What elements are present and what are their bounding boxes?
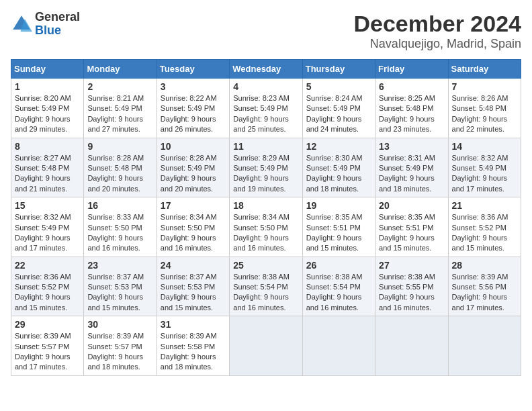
day-info: Sunrise: 8:20 AMSunset: 5:49 PMDaylight:… [15, 93, 80, 135]
calendar-header-thursday: Thursday [302, 60, 375, 79]
calendar-cell: 16Sunrise: 8:33 AMSunset: 5:50 PMDayligh… [84, 197, 157, 257]
location-title: Navalquejigo, Madrid, Spain [353, 37, 521, 51]
title-block: December 2024 Navalquejigo, Madrid, Spai… [353, 11, 521, 51]
day-number: 19 [306, 200, 371, 211]
day-info: Sunrise: 8:24 AMSunset: 5:49 PMDaylight:… [306, 93, 371, 135]
calendar-header-row: SundayMondayTuesdayWednesdayThursdayFrid… [11, 60, 521, 79]
day-info: Sunrise: 8:38 AMSunset: 5:54 PMDaylight:… [306, 272, 371, 314]
day-info: Sunrise: 8:38 AMSunset: 5:54 PMDaylight:… [233, 272, 298, 314]
day-info: Sunrise: 8:34 AMSunset: 5:50 PMDaylight:… [233, 212, 298, 254]
day-number: 20 [379, 200, 444, 211]
day-number: 4 [233, 81, 298, 92]
day-number: 21 [452, 200, 517, 211]
day-number: 6 [379, 81, 444, 92]
day-info: Sunrise: 8:23 AMSunset: 5:49 PMDaylight:… [233, 93, 298, 135]
calendar-cell: 1Sunrise: 8:20 AMSunset: 5:49 PMDaylight… [11, 79, 84, 138]
calendar-week-row: 15Sunrise: 8:32 AMSunset: 5:49 PMDayligh… [11, 197, 521, 257]
calendar-cell: 21Sunrise: 8:36 AMSunset: 5:52 PMDayligh… [448, 197, 521, 257]
calendar-week-row: 8Sunrise: 8:27 AMSunset: 5:48 PMDaylight… [11, 138, 521, 197]
day-number: 13 [379, 141, 444, 152]
calendar-cell: 8Sunrise: 8:27 AMSunset: 5:48 PMDaylight… [11, 138, 84, 197]
calendar-cell: 20Sunrise: 8:35 AMSunset: 5:51 PMDayligh… [375, 197, 448, 257]
day-info: Sunrise: 8:21 AMSunset: 5:49 PMDaylight:… [87, 93, 152, 135]
calendar-cell: 15Sunrise: 8:32 AMSunset: 5:49 PMDayligh… [11, 197, 84, 257]
day-number: 10 [161, 141, 226, 152]
calendar-cell: 24Sunrise: 8:37 AMSunset: 5:53 PMDayligh… [157, 257, 229, 316]
calendar-cell: 31Sunrise: 8:39 AMSunset: 5:58 PMDayligh… [157, 316, 229, 376]
day-number: 1 [15, 81, 80, 92]
calendar-header-friday: Friday [375, 60, 448, 79]
calendar-cell: 12Sunrise: 8:30 AMSunset: 5:49 PMDayligh… [302, 138, 375, 197]
day-info: Sunrise: 8:37 AMSunset: 5:53 PMDaylight:… [161, 272, 226, 314]
day-number: 2 [87, 81, 152, 92]
day-info: Sunrise: 8:28 AMSunset: 5:49 PMDaylight:… [161, 153, 226, 195]
calendar-cell: 30Sunrise: 8:39 AMSunset: 5:57 PMDayligh… [84, 316, 157, 376]
day-info: Sunrise: 8:36 AMSunset: 5:52 PMDaylight:… [452, 212, 517, 254]
calendar-week-row: 1Sunrise: 8:20 AMSunset: 5:49 PMDaylight… [11, 79, 521, 138]
day-info: Sunrise: 8:32 AMSunset: 5:49 PMDaylight:… [452, 153, 517, 195]
logo-text: General Blue [35, 11, 80, 38]
day-info: Sunrise: 8:39 AMSunset: 5:57 PMDaylight:… [15, 331, 80, 373]
calendar-cell: 29Sunrise: 8:39 AMSunset: 5:57 PMDayligh… [11, 316, 84, 376]
calendar-cell [302, 316, 375, 376]
calendar-cell: 7Sunrise: 8:26 AMSunset: 5:48 PMDaylight… [448, 79, 521, 138]
day-number: 24 [161, 260, 226, 271]
day-info: Sunrise: 8:22 AMSunset: 5:49 PMDaylight:… [161, 93, 226, 135]
day-info: Sunrise: 8:39 AMSunset: 5:58 PMDaylight:… [161, 331, 226, 373]
calendar-cell: 11Sunrise: 8:29 AMSunset: 5:49 PMDayligh… [230, 138, 302, 197]
day-number: 27 [379, 260, 444, 271]
day-info: Sunrise: 8:39 AMSunset: 5:57 PMDaylight:… [87, 331, 152, 373]
day-number: 15 [15, 200, 80, 211]
calendar-cell [230, 316, 302, 376]
day-number: 22 [15, 260, 80, 271]
logo-icon [11, 13, 32, 35]
calendar-cell: 17Sunrise: 8:34 AMSunset: 5:50 PMDayligh… [157, 197, 229, 257]
calendar-header-sunday: Sunday [11, 60, 84, 79]
calendar-cell: 23Sunrise: 8:37 AMSunset: 5:53 PMDayligh… [84, 257, 157, 316]
day-info: Sunrise: 8:39 AMSunset: 5:56 PMDaylight:… [452, 272, 517, 314]
calendar-cell [375, 316, 448, 376]
calendar-cell: 10Sunrise: 8:28 AMSunset: 5:49 PMDayligh… [157, 138, 229, 197]
day-info: Sunrise: 8:33 AMSunset: 5:50 PMDaylight:… [87, 212, 152, 254]
day-number: 30 [87, 319, 152, 330]
calendar-cell [448, 316, 521, 376]
day-info: Sunrise: 8:32 AMSunset: 5:49 PMDaylight:… [15, 212, 80, 254]
calendar-cell: 4Sunrise: 8:23 AMSunset: 5:49 PMDaylight… [230, 79, 302, 138]
page-header: General Blue December 2024 Navalquejigo,… [11, 11, 521, 51]
calendar-cell: 9Sunrise: 8:28 AMSunset: 5:48 PMDaylight… [84, 138, 157, 197]
day-info: Sunrise: 8:31 AMSunset: 5:49 PMDaylight:… [379, 153, 444, 195]
calendar-header-wednesday: Wednesday [230, 60, 302, 79]
calendar-header-saturday: Saturday [448, 60, 521, 79]
calendar-cell: 14Sunrise: 8:32 AMSunset: 5:49 PMDayligh… [448, 138, 521, 197]
calendar-cell: 28Sunrise: 8:39 AMSunset: 5:56 PMDayligh… [448, 257, 521, 316]
day-number: 25 [233, 260, 298, 271]
day-info: Sunrise: 8:30 AMSunset: 5:49 PMDaylight:… [306, 153, 371, 195]
day-info: Sunrise: 8:37 AMSunset: 5:53 PMDaylight:… [87, 272, 152, 314]
calendar-cell: 19Sunrise: 8:35 AMSunset: 5:51 PMDayligh… [302, 197, 375, 257]
day-number: 5 [306, 81, 371, 92]
calendar-body: 1Sunrise: 8:20 AMSunset: 5:49 PMDaylight… [11, 79, 521, 376]
calendar-cell: 27Sunrise: 8:38 AMSunset: 5:55 PMDayligh… [375, 257, 448, 316]
day-number: 3 [161, 81, 226, 92]
logo-general: General [35, 11, 80, 24]
day-number: 9 [87, 141, 152, 152]
calendar-cell: 6Sunrise: 8:25 AMSunset: 5:48 PMDaylight… [375, 79, 448, 138]
day-info: Sunrise: 8:27 AMSunset: 5:48 PMDaylight:… [15, 153, 80, 195]
calendar-cell: 25Sunrise: 8:38 AMSunset: 5:54 PMDayligh… [230, 257, 302, 316]
calendar-cell: 3Sunrise: 8:22 AMSunset: 5:49 PMDaylight… [157, 79, 229, 138]
day-info: Sunrise: 8:35 AMSunset: 5:51 PMDaylight:… [306, 212, 371, 254]
calendar-cell: 5Sunrise: 8:24 AMSunset: 5:49 PMDaylight… [302, 79, 375, 138]
day-number: 26 [306, 260, 371, 271]
calendar-table: SundayMondayTuesdayWednesdayThursdayFrid… [11, 59, 521, 376]
day-number: 29 [15, 319, 80, 330]
day-number: 28 [452, 260, 517, 271]
logo: General Blue [11, 11, 80, 38]
calendar-cell: 26Sunrise: 8:38 AMSunset: 5:54 PMDayligh… [302, 257, 375, 316]
day-number: 23 [87, 260, 152, 271]
day-info: Sunrise: 8:28 AMSunset: 5:48 PMDaylight:… [87, 153, 152, 195]
day-number: 31 [161, 319, 226, 330]
day-info: Sunrise: 8:38 AMSunset: 5:55 PMDaylight:… [379, 272, 444, 314]
month-title: December 2024 [353, 11, 521, 37]
day-info: Sunrise: 8:34 AMSunset: 5:50 PMDaylight:… [161, 212, 226, 254]
day-info: Sunrise: 8:26 AMSunset: 5:48 PMDaylight:… [452, 93, 517, 135]
